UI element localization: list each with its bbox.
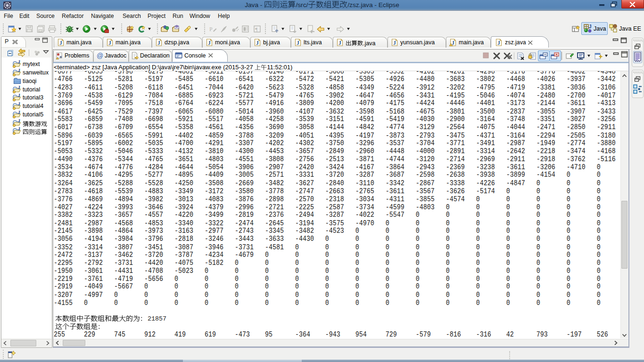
svg-text:J: J — [393, 40, 396, 46]
svg-text:J: J — [59, 40, 62, 46]
svg-text:J: J — [297, 40, 299, 46]
svg-text:J: J — [497, 40, 500, 46]
svg-text:@: @ — [97, 52, 103, 59]
svg-text:J: J — [18, 127, 20, 132]
svg-text:J: J — [18, 111, 20, 115]
svg-text:J: J — [339, 40, 341, 46]
svg-text:J: J — [108, 40, 111, 46]
svg-text:J: J — [208, 40, 211, 46]
svg-text:J: J — [18, 86, 20, 90]
svg-text:¶: ¶ — [256, 26, 258, 32]
svg-text:J: J — [18, 94, 20, 98]
svg-text:J: J — [452, 40, 454, 46]
svg-text:J: J — [18, 119, 20, 123]
svg-text:J: J — [18, 69, 20, 73]
svg-text:J: J — [18, 60, 20, 65]
svg-text:J: J — [18, 102, 20, 107]
svg-text:J: J — [256, 40, 259, 46]
svg-text:P: P — [209, 26, 213, 33]
svg-text:J: J — [157, 40, 160, 46]
svg-text:J: J — [589, 24, 592, 29]
